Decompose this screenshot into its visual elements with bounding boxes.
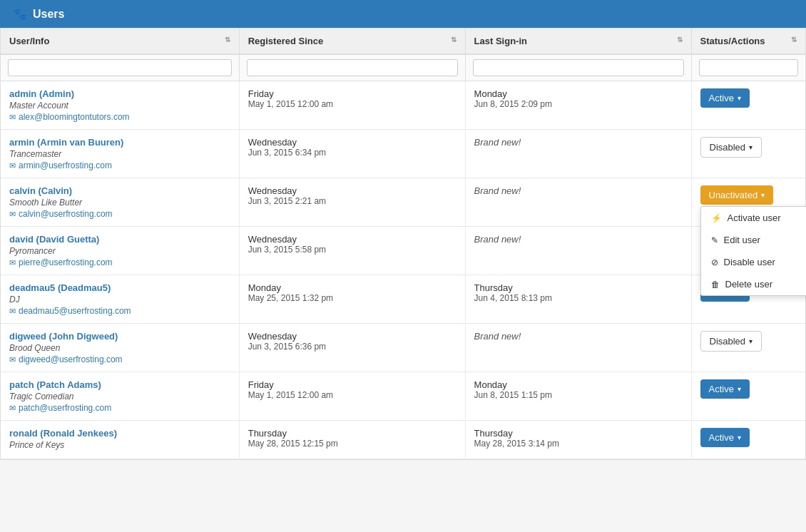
filter-status[interactable] [699,59,799,76]
user-info-cell: patch (Patch Adams)Tragic Comedian✉patch… [1,372,239,421]
users-icon: 🐾 [13,7,27,21]
registered-date: Jun 3, 2015 2:21 am [248,196,456,206]
disable-user-icon: ⊘ [711,257,718,267]
user-info-cell: deadmau5 (Deadmau5)DJ✉deadmau5@userfrost… [1,275,239,324]
col-last-sign-in-label: Last Sign-in [474,36,527,46]
col-last-sign-in[interactable]: Last Sign-in ⇅ [465,29,691,54]
unactivated-status-button[interactable]: Unactivated ▾ [700,185,774,205]
user-email-link[interactable]: ✉alex@bloomingtontutors.com [9,112,230,122]
last-signin-day: Monday [474,379,683,390]
user-info-cell: admin (Admin)Master Account✉alex@bloomin… [1,81,239,130]
user-email-text: patch@userfrosting.com [19,403,111,413]
user-email-link[interactable]: ✉patch@userfrosting.com [9,403,230,413]
table-header-row: User/Info ⇅ Registered Since ⇅ Last Sign… [1,29,805,54]
delete-user-label: Delete user [725,279,772,290]
dropdown-menu-item-edit-user[interactable]: ✎Edit user [701,229,807,251]
registered-date: May 28, 2015 12:15 pm [248,439,456,449]
users-table: User/Info ⇅ Registered Since ⇅ Last Sign… [1,29,805,459]
user-name-link[interactable]: armin (Armin van Buuren) [9,137,230,148]
active-status-button[interactable]: Active ▾ [700,88,750,108]
user-name-link[interactable]: patch (Patch Adams) [9,379,230,390]
active-status-button[interactable]: Active ▾ [700,379,750,399]
registered-date: May 25, 2015 1:32 pm [248,293,456,303]
sort-arrows-last-signin: ⇅ [677,36,683,44]
dropdown-caret: ▾ [749,143,753,151]
table-row: calvin (Calvin)Smooth Like Butter✉calvin… [1,178,805,227]
user-name-link[interactable]: digweed (John Digweed) [9,331,230,342]
last-signin-date: Brand new! [474,331,683,342]
col-user-info[interactable]: User/Info ⇅ [1,29,239,54]
envelope-icon: ✉ [9,161,16,170]
user-email-link[interactable]: ✉pierre@userfrosting.com [9,257,230,267]
edit-user-icon: ✎ [711,235,718,245]
col-status-actions-label: Status/Actions [700,36,765,46]
filter-registered[interactable] [247,59,458,76]
user-name-link[interactable]: deadmau5 (Deadmau5) [9,282,230,293]
last-signin-cell: MondayJun 8, 2015 1:15 pm [465,372,691,421]
user-title: Tragic Comedian [9,392,230,401]
user-email-link[interactable]: ✉digweed@userfrosting.com [9,354,230,364]
status-actions-cell: Disabled ▾ [691,324,805,372]
status-dropdown-wrapper: Unactivated ▾⚡Activate user✎Edit user⊘Di… [700,185,774,205]
disable-user-label: Disable user [724,257,775,267]
envelope-icon: ✉ [9,307,16,316]
dropdown-caret: ▾ [738,385,741,393]
user-title: Brood Queen [9,343,230,353]
table-row: admin (Admin)Master Account✉alex@bloomin… [1,81,805,130]
user-info-cell: calvin (Calvin)Smooth Like Butter✉calvin… [1,178,239,227]
disabled-status-button[interactable]: Disabled ▾ [700,331,762,352]
user-name-link[interactable]: calvin (Calvin) [9,185,230,196]
col-registered-since[interactable]: Registered Since ⇅ [239,29,465,54]
last-signin-cell: MondayJun 8, 2015 2:09 pm [465,81,691,130]
last-signin-date: Brand new! [474,185,683,196]
user-email-link[interactable]: ✉deadmau5@userfrosting.com [9,306,230,316]
user-email-link[interactable]: ✉armin@userfrosting.com [9,160,230,170]
status-actions-cell: Active ▾ [691,81,805,130]
status-dropdown-wrapper: Active ▾ [700,88,750,108]
disabled-status-button[interactable]: Disabled ▾ [700,137,762,158]
registered-since-cell: WednesdayJun 3, 2015 5:58 pm [239,227,465,275]
table-row: ronald (Ronald Jenkees)Prince of KeysThu… [1,421,805,459]
user-name-link[interactable]: ronald (Ronald Jenkees) [9,428,230,439]
last-signin-cell: ThursdayJun 4, 2015 8:13 pm [465,275,691,324]
activate-user-label: Activate user [728,213,781,223]
filter-last-signin[interactable] [473,59,684,76]
last-signin-date: Jun 8, 2015 1:15 pm [474,390,683,400]
delete-user-icon: 🗑 [711,280,720,290]
registered-day: Wednesday [248,331,456,342]
user-email-link[interactable]: ✉calvin@userfrosting.com [9,209,230,219]
last-signin-cell: ThursdayMay 28, 2015 3:14 pm [465,421,691,459]
active-status-button[interactable]: Active ▾ [700,428,750,447]
registered-day: Wednesday [248,137,456,148]
last-signin-cell: Brand new! [465,178,691,227]
registered-day: Wednesday [248,185,456,196]
dropdown-menu-item-disable-user[interactable]: ⊘Disable user [701,251,807,273]
registered-date: Jun 3, 2015 6:34 pm [248,148,456,158]
table-row: digweed (John Digweed)Brood Queen✉digwee… [1,324,805,372]
dropdown-menu-item-activate-user[interactable]: ⚡Activate user [701,207,807,229]
registered-date: May 1, 2015 12:00 am [248,99,456,109]
registered-date: Jun 3, 2015 5:58 pm [248,245,456,255]
dropdown-menu-item-delete-user[interactable]: 🗑Delete user [701,273,807,295]
sort-arrows-user-info: ⇅ [225,36,230,44]
envelope-icon: ✉ [9,210,16,219]
registered-day: Friday [248,88,456,99]
registered-day: Thursday [248,428,456,439]
user-email-text: pierre@userfrosting.com [19,257,113,267]
table-row: deadmau5 (Deadmau5)DJ✉deadmau5@userfrost… [1,275,805,324]
user-title: Prince of Keys [9,440,230,450]
last-signin-cell: Brand new! [465,324,691,372]
registered-date: May 1, 2015 12:00 am [248,390,456,400]
user-name-link[interactable]: admin (Admin) [9,88,230,99]
user-name-link[interactable]: david (David Guetta) [9,234,230,245]
col-status-actions[interactable]: Status/Actions ⇅ [691,29,805,54]
table-row: patch (Patch Adams)Tragic Comedian✉patch… [1,372,805,421]
filter-user-info[interactable] [8,59,232,76]
status-dropdown-wrapper: Disabled ▾ [700,331,762,352]
user-email-text: calvin@userfrosting.com [19,209,113,219]
last-signin-date: May 28, 2015 3:14 pm [474,439,683,449]
envelope-icon: ✉ [9,258,16,267]
registered-since-cell: FridayMay 1, 2015 12:00 am [239,372,465,421]
status-dropdown-wrapper: Active ▾ [700,379,750,399]
page-header: 🐾 Users [0,0,806,28]
